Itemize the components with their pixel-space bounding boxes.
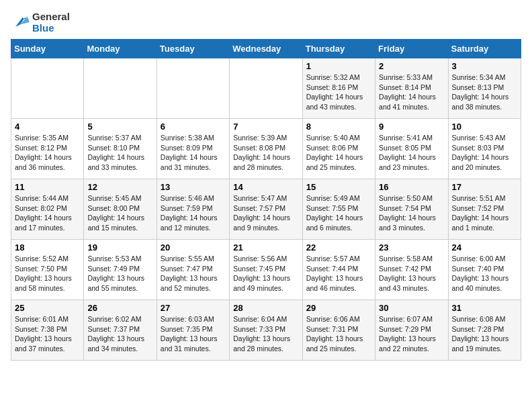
day-info: Sunrise: 6:01 AM Sunset: 7:38 PM Dayligh… <box>15 314 80 354</box>
day-number: 31 <box>452 303 517 313</box>
day-number: 4 <box>15 122 80 132</box>
calendar-cell: 9Sunrise: 5:41 AM Sunset: 8:05 PM Daylig… <box>375 119 448 179</box>
day-info: Sunrise: 6:02 AM Sunset: 7:37 PM Dayligh… <box>87 314 152 354</box>
logo-text: General Blue <box>32 11 70 34</box>
day-number: 3 <box>452 61 517 71</box>
day-info: Sunrise: 5:34 AM Sunset: 8:13 PM Dayligh… <box>452 73 517 112</box>
day-info: Sunrise: 5:51 AM Sunset: 7:52 PM Dayligh… <box>452 193 517 233</box>
day-info: Sunrise: 5:43 AM Sunset: 8:03 PM Dayligh… <box>452 133 517 173</box>
calendar-cell: 7Sunrise: 5:39 AM Sunset: 8:08 PM Daylig… <box>230 119 302 179</box>
calendar-week-3: 11Sunrise: 5:44 AM Sunset: 8:02 PM Dayli… <box>11 179 521 240</box>
day-number: 1 <box>306 61 371 71</box>
header: General Blue <box>11 11 521 34</box>
day-number: 21 <box>233 242 298 253</box>
day-header-thursday: Thursday <box>302 40 375 58</box>
day-number: 28 <box>233 303 298 313</box>
day-info: Sunrise: 5:37 AM Sunset: 8:10 PM Dayligh… <box>87 133 152 173</box>
day-info: Sunrise: 5:38 AM Sunset: 8:09 PM Dayligh… <box>161 133 226 173</box>
day-info: Sunrise: 5:46 AM Sunset: 7:59 PM Dayligh… <box>161 193 226 233</box>
day-number: 25 <box>15 303 80 313</box>
day-number: 7 <box>233 122 298 132</box>
day-number: 6 <box>161 122 226 132</box>
day-header-sunday: Sunday <box>11 40 84 58</box>
day-number: 13 <box>161 182 226 192</box>
calendar-cell: 29Sunrise: 6:06 AM Sunset: 7:31 PM Dayli… <box>302 300 375 361</box>
calendar-cell: 3Sunrise: 5:34 AM Sunset: 8:13 PM Daylig… <box>448 58 521 119</box>
calendar-cell: 17Sunrise: 5:51 AM Sunset: 7:52 PM Dayli… <box>448 179 521 240</box>
calendar-table: SundayMondayTuesdayWednesdayThursdayFrid… <box>11 39 521 361</box>
calendar-cell: 12Sunrise: 5:45 AM Sunset: 8:00 PM Dayli… <box>84 179 157 240</box>
calendar-cell: 4Sunrise: 5:35 AM Sunset: 8:12 PM Daylig… <box>11 119 84 179</box>
calendar-cell: 20Sunrise: 5:55 AM Sunset: 7:47 PM Dayli… <box>157 240 229 300</box>
day-number: 17 <box>452 182 517 192</box>
calendar-cell: 5Sunrise: 5:37 AM Sunset: 8:10 PM Daylig… <box>84 119 157 179</box>
calendar-cell: 27Sunrise: 6:03 AM Sunset: 7:35 PM Dayli… <box>157 300 229 361</box>
calendar-cell: 28Sunrise: 6:04 AM Sunset: 7:33 PM Dayli… <box>230 300 302 361</box>
day-number: 18 <box>15 242 80 253</box>
day-number: 23 <box>379 242 444 253</box>
calendar-cell: 23Sunrise: 5:58 AM Sunset: 7:42 PM Dayli… <box>375 240 448 300</box>
calendar-cell: 15Sunrise: 5:49 AM Sunset: 7:55 PM Dayli… <box>302 179 375 240</box>
day-number: 8 <box>306 122 371 132</box>
calendar-cell: 30Sunrise: 6:07 AM Sunset: 7:29 PM Dayli… <box>375 300 448 361</box>
day-number: 20 <box>161 242 226 253</box>
day-info: Sunrise: 5:56 AM Sunset: 7:45 PM Dayligh… <box>233 254 298 293</box>
calendar-week-4: 18Sunrise: 5:52 AM Sunset: 7:50 PM Dayli… <box>11 240 521 300</box>
day-info: Sunrise: 5:58 AM Sunset: 7:42 PM Dayligh… <box>379 254 444 293</box>
calendar-cell: 26Sunrise: 6:02 AM Sunset: 7:37 PM Dayli… <box>84 300 157 361</box>
logo-bird-icon <box>11 13 30 32</box>
day-number: 29 <box>306 303 371 313</box>
logo: General Blue <box>11 11 70 34</box>
calendar-cell: 22Sunrise: 5:57 AM Sunset: 7:44 PM Dayli… <box>302 240 375 300</box>
calendar-cell <box>157 58 229 119</box>
calendar-week-2: 4Sunrise: 5:35 AM Sunset: 8:12 PM Daylig… <box>11 119 521 179</box>
day-info: Sunrise: 5:40 AM Sunset: 8:06 PM Dayligh… <box>306 133 371 173</box>
day-number: 10 <box>452 122 517 132</box>
calendar-cell: 16Sunrise: 5:50 AM Sunset: 7:54 PM Dayli… <box>375 179 448 240</box>
day-info: Sunrise: 6:04 AM Sunset: 7:33 PM Dayligh… <box>233 314 298 354</box>
calendar-week-1: 1Sunrise: 5:32 AM Sunset: 8:16 PM Daylig… <box>11 58 521 119</box>
day-info: Sunrise: 6:03 AM Sunset: 7:35 PM Dayligh… <box>161 314 226 354</box>
day-number: 9 <box>379 122 444 132</box>
day-number: 11 <box>15 182 80 192</box>
day-info: Sunrise: 5:32 AM Sunset: 8:16 PM Dayligh… <box>306 73 371 112</box>
day-info: Sunrise: 5:50 AM Sunset: 7:54 PM Dayligh… <box>379 193 444 233</box>
day-info: Sunrise: 5:57 AM Sunset: 7:44 PM Dayligh… <box>306 254 371 293</box>
day-header-tuesday: Tuesday <box>157 40 229 58</box>
day-info: Sunrise: 6:08 AM Sunset: 7:28 PM Dayligh… <box>452 314 517 354</box>
calendar-cell: 2Sunrise: 5:33 AM Sunset: 8:14 PM Daylig… <box>375 58 448 119</box>
day-header-wednesday: Wednesday <box>230 40 302 58</box>
day-info: Sunrise: 5:35 AM Sunset: 8:12 PM Dayligh… <box>15 133 80 173</box>
calendar-cell: 21Sunrise: 5:56 AM Sunset: 7:45 PM Dayli… <box>230 240 302 300</box>
calendar-body: 1Sunrise: 5:32 AM Sunset: 8:16 PM Daylig… <box>11 58 521 361</box>
day-number: 2 <box>379 61 444 71</box>
day-info: Sunrise: 5:52 AM Sunset: 7:50 PM Dayligh… <box>15 254 80 293</box>
day-info: Sunrise: 5:45 AM Sunset: 8:00 PM Dayligh… <box>87 193 152 233</box>
day-number: 16 <box>379 182 444 192</box>
calendar-header-row: SundayMondayTuesdayWednesdayThursdayFrid… <box>11 40 521 58</box>
day-number: 19 <box>87 242 152 253</box>
day-number: 5 <box>87 122 152 132</box>
day-info: Sunrise: 5:47 AM Sunset: 7:57 PM Dayligh… <box>233 193 298 233</box>
day-header-friday: Friday <box>375 40 448 58</box>
calendar-cell: 25Sunrise: 6:01 AM Sunset: 7:38 PM Dayli… <box>11 300 84 361</box>
calendar-cell <box>230 58 302 119</box>
day-info: Sunrise: 6:07 AM Sunset: 7:29 PM Dayligh… <box>379 314 444 354</box>
calendar-week-5: 25Sunrise: 6:01 AM Sunset: 7:38 PM Dayli… <box>11 300 521 361</box>
day-info: Sunrise: 5:33 AM Sunset: 8:14 PM Dayligh… <box>379 73 444 112</box>
calendar-cell: 31Sunrise: 6:08 AM Sunset: 7:28 PM Dayli… <box>448 300 521 361</box>
day-number: 14 <box>233 182 298 192</box>
day-number: 12 <box>87 182 152 192</box>
calendar-cell: 14Sunrise: 5:47 AM Sunset: 7:57 PM Dayli… <box>230 179 302 240</box>
calendar-cell: 6Sunrise: 5:38 AM Sunset: 8:09 PM Daylig… <box>157 119 229 179</box>
day-info: Sunrise: 5:41 AM Sunset: 8:05 PM Dayligh… <box>379 133 444 173</box>
day-info: Sunrise: 5:53 AM Sunset: 7:49 PM Dayligh… <box>87 254 152 293</box>
day-info: Sunrise: 6:06 AM Sunset: 7:31 PM Dayligh… <box>306 314 371 354</box>
calendar-cell <box>84 58 157 119</box>
calendar-cell: 11Sunrise: 5:44 AM Sunset: 8:02 PM Dayli… <box>11 179 84 240</box>
day-number: 27 <box>161 303 226 313</box>
day-number: 26 <box>87 303 152 313</box>
day-number: 15 <box>306 182 371 192</box>
day-info: Sunrise: 5:55 AM Sunset: 7:47 PM Dayligh… <box>161 254 226 293</box>
calendar-cell: 19Sunrise: 5:53 AM Sunset: 7:49 PM Dayli… <box>84 240 157 300</box>
